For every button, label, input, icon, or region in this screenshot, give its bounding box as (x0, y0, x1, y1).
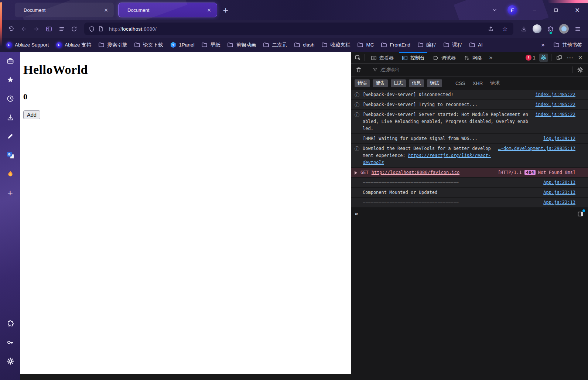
sidebar-key-icon[interactable] (5, 337, 16, 348)
reading-list-icon[interactable] (55, 23, 67, 35)
tab-close-icon[interactable]: × (205, 6, 213, 14)
filter-output-input[interactable]: 过滤输出 (370, 66, 569, 73)
error-count-badge[interactable]: ! 1 (526, 55, 536, 61)
bookmark-item[interactable]: 收藏夹栏 (321, 42, 350, 48)
sidebar-gear-icon[interactable] (5, 356, 16, 366)
source-location-link[interactable]: index.js:485:22 (536, 101, 575, 108)
devtools-close-icon[interactable]: × (577, 55, 586, 61)
shield-icon[interactable] (89, 26, 95, 32)
source-location-link[interactable]: App.js:20:13 (543, 179, 575, 186)
console-info-row[interactable]: i[webpack-dev-server] Server started: Ho… (351, 110, 588, 134)
minimize-button[interactable] (524, 0, 545, 20)
sidebar-flame-icon[interactable] (5, 169, 16, 179)
network-url-link[interactable]: http://localhost:8080/favicon.ico (372, 170, 459, 175)
sidebar-toggle-icon[interactable] (43, 23, 55, 35)
filter-pill[interactable]: 日志 (391, 79, 406, 87)
sidebar-pencil-icon[interactable] (5, 131, 16, 141)
bookmark-other[interactable]: 其他书签 (553, 42, 582, 48)
extensions-puzzle-icon[interactable] (544, 23, 556, 35)
close-window-button[interactable]: × (567, 0, 588, 20)
console-log-row[interactable]: Component Mounted or UpdatedApp.js:21:13 (351, 188, 588, 198)
source-location-link[interactable]: log.js:39:12 (543, 135, 575, 142)
tab-close-icon[interactable]: × (102, 6, 110, 14)
filter-pill[interactable]: 调试 (427, 79, 442, 87)
ablaze-logo-icon[interactable]: F (507, 5, 517, 15)
bookmark-star-icon[interactable]: ☆ (499, 24, 510, 34)
console-info-row[interactable]: i[webpack-dev-server] Disconnected!index… (351, 90, 588, 100)
bookmark-item[interactable]: MC (357, 42, 374, 48)
clear-console-trash-icon[interactable] (354, 65, 363, 74)
url-bar[interactable]: http://localhost:8080/ ☆ (84, 23, 513, 35)
sidebar-translate-icon[interactable]: G (5, 150, 16, 160)
bookmark-item[interactable]: 搜索引擎 (98, 42, 127, 48)
forward-button[interactable] (30, 23, 42, 35)
browser-tab[interactable]: Document× (118, 3, 217, 17)
react-devtools-icon[interactable] (539, 54, 548, 62)
devtools-tab-inspector[interactable]: 查看器 (367, 52, 398, 64)
bookmark-item[interactable]: clash (294, 42, 315, 48)
sidebar-toolbox-icon[interactable] (5, 56, 16, 66)
console-log-row[interactable]: [HMR] Waiting for update signal from WDS… (351, 134, 588, 144)
account-icon[interactable] (559, 24, 569, 34)
bookmark-item[interactable]: 课程 (443, 42, 462, 48)
filter-plain[interactable]: 请求 (488, 79, 502, 88)
filter-plain[interactable]: CSS (453, 79, 468, 87)
tab-list-chevron-icon[interactable] (488, 4, 501, 16)
console-settings-gear-icon[interactable] (575, 65, 585, 74)
source-location-link[interactable]: App.js:22:13 (543, 199, 575, 206)
bookmark-item[interactable]: 剪辑动画 (227, 42, 256, 48)
filter-pill[interactable]: 错误 (355, 79, 370, 87)
console-input-row[interactable]: » (351, 208, 588, 219)
devtools-tab-debugger[interactable]: 调试器 (429, 52, 460, 64)
downloads-icon[interactable] (518, 23, 530, 35)
new-tab-button[interactable]: + (220, 4, 231, 16)
more-tabs-chevron[interactable]: » (486, 55, 496, 61)
sidebar-plus-icon[interactable]: + (5, 188, 16, 198)
bookmark-item[interactable]: 论文下载 (134, 42, 163, 48)
sidebar-history-icon[interactable] (5, 93, 16, 104)
devtools-tab-network[interactable]: 网络 (460, 52, 486, 64)
source-location-link[interactable]: index.js:485:22 (536, 111, 575, 118)
expand-triangle-icon[interactable] (355, 171, 357, 175)
profile-avatar[interactable] (533, 24, 541, 33)
source-location-link[interactable]: index.js:485:22 (536, 91, 575, 98)
console-log-row[interactable]: ====================================App.… (351, 178, 588, 188)
devtools-menu-icon[interactable]: ··· (564, 55, 577, 60)
app-menu-icon[interactable] (572, 23, 584, 35)
filter-pill[interactable]: 信息 (409, 79, 424, 87)
share-icon[interactable] (485, 24, 496, 34)
sidebar-puzzle-icon[interactable] (5, 318, 16, 329)
split-console-icon[interactable] (576, 210, 584, 218)
url-text[interactable]: http://localhost:8080/ (109, 26, 157, 32)
bookmark-item[interactable]: 11Panel (170, 42, 194, 48)
console-info-row[interactable]: i[webpack-dev-server] Trying to reconnec… (351, 100, 588, 110)
bookmark-item[interactable]: FAblaze Support (6, 42, 49, 48)
sidebar-star-filled-icon[interactable] (5, 75, 16, 85)
console-info-row[interactable]: iDownload the React DevTools for a bette… (351, 144, 588, 168)
console-log-row[interactable]: ====================================App.… (351, 198, 588, 208)
bookmark-item[interactable]: AI (469, 42, 483, 48)
console-network-error-row[interactable]: GEThttp://localhost:8080/favicon.ico[HTT… (351, 168, 588, 178)
filter-plain[interactable]: XHR (471, 79, 485, 87)
bookmark-item[interactable]: 二次元 (263, 42, 287, 48)
bookmarks-overflow-chevron[interactable]: » (540, 42, 546, 48)
console-empty-area[interactable] (351, 219, 588, 380)
bookmark-item[interactable]: FrontEnd (381, 42, 410, 48)
page-info-icon[interactable] (98, 26, 104, 32)
responsive-design-icon[interactable] (554, 53, 564, 62)
pick-element-icon[interactable] (353, 53, 363, 62)
bookmark-item[interactable]: 编程 (417, 42, 436, 48)
filter-pill[interactable]: 警告 (373, 79, 388, 87)
devtools-tab-console[interactable]: 控制台 (398, 52, 429, 64)
back-button[interactable] (18, 23, 30, 35)
bookmark-item[interactable]: 壁纸 (201, 42, 220, 48)
add-button[interactable]: Add (23, 110, 40, 119)
reload-button[interactable] (68, 23, 80, 35)
undo-icon[interactable] (5, 23, 17, 35)
source-location-link[interactable]: App.js:21:13 (543, 189, 575, 196)
maximize-button[interactable] (545, 0, 567, 20)
bookmark-item[interactable]: FAblaze 支持 (56, 42, 91, 48)
sidebar-download-tray-icon[interactable] (5, 112, 16, 123)
source-location-link[interactable]: …-dom.development.js:29835:17 (498, 145, 575, 152)
browser-tab[interactable]: Document× (15, 3, 114, 17)
